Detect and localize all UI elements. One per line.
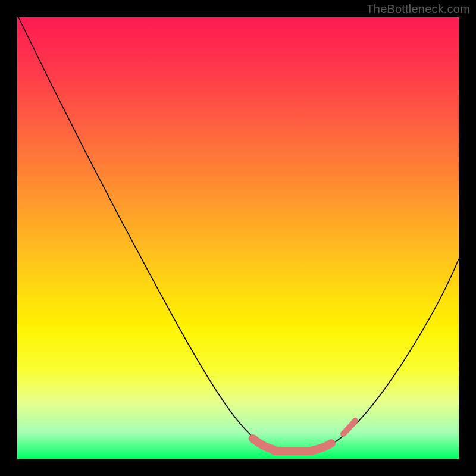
- accent-left: [253, 439, 274, 450]
- curve-layer: [17, 17, 459, 459]
- chart-stage: TheBottleneck.com: [0, 0, 476, 476]
- plot-area: [17, 17, 459, 459]
- accent-right-detached: [343, 421, 355, 434]
- watermark-text: TheBottleneck.com: [366, 2, 470, 16]
- accent-right-thick: [312, 443, 331, 450]
- bottleneck-curve: [18, 17, 459, 452]
